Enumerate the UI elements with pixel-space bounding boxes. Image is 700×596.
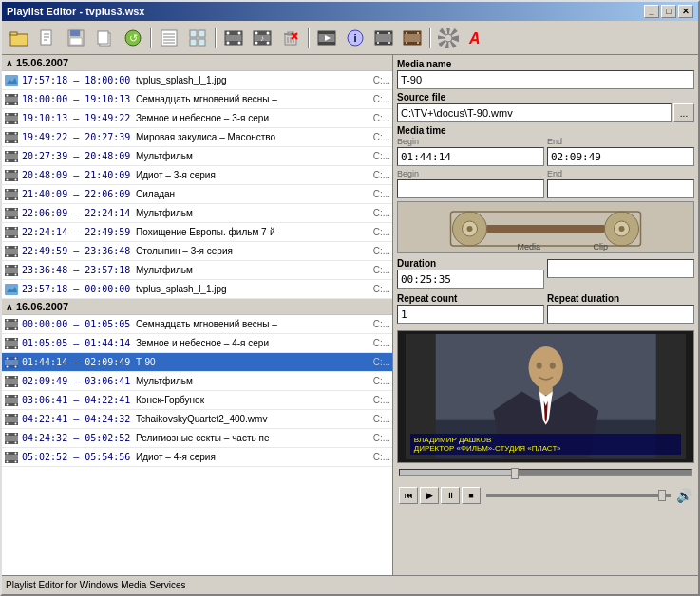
svg-point-76 [15,102,17,104]
source-file-input[interactable] [397,103,672,122]
list-item[interactable]: 04:24:32 – 05:02:52 Религиозные секты – … [2,429,392,448]
svg-point-63 [406,42,407,44]
open-button[interactable] [6,26,32,50]
svg-point-145 [7,319,9,321]
stop-button[interactable]: ■ [462,487,481,504]
video-icon [4,244,19,259]
svg-rect-21 [199,39,205,46]
new-button[interactable] [34,26,61,50]
svg-point-28 [238,41,241,44]
item-title: Похищение Европы. фильм 7-й [136,227,362,237]
svg-point-81 [15,113,17,115]
duration-input[interactable] [397,270,544,289]
film1-button[interactable] [220,26,247,50]
svg-point-123 [15,227,17,229]
pause-button[interactable]: ⏸ [441,487,460,504]
film5-button[interactable] [399,26,426,50]
date-collapse-arrow-1[interactable]: ∧ [6,58,12,68]
status-bar: Playlist Editor for Windows Media Servic… [2,575,698,594]
list-item[interactable]: 02:09:49 – 03:06:41 Мультфильм C:... [2,372,392,391]
grid-button[interactable] [184,26,211,50]
date-header-2[interactable]: ∧ 16.06.2007 [2,299,392,315]
media-name-input[interactable] [397,70,694,89]
video-icon [4,187,19,202]
list-item[interactable]: 19:10:13 – 19:49:22 Земное и небесное – … [2,109,392,128]
video-icon [4,336,19,351]
svg-point-183 [15,422,17,424]
list-item[interactable]: 21:40:09 – 22:06:09 Силадан C:... [2,185,392,204]
settings-button[interactable] [435,26,462,50]
begin-input[interactable] [397,147,544,166]
position-thumb[interactable] [511,468,519,479]
list-item[interactable]: 04:22:41 – 04:24:32 TchaikovskyQuartet2_… [2,410,392,429]
list-item[interactable]: 22:06:09 – 22:24:14 Мультфильм C:... [2,204,392,223]
playlist-scroll[interactable]: ∧ 15.06.2007 17:57:18 – 18:00:00 tvplus_… [2,55,392,575]
svg-point-118 [15,216,17,218]
item-path: C:... [362,113,390,123]
save-button[interactable] [63,26,89,50]
svg-point-155 [15,346,17,348]
svg-point-196 [7,460,9,462]
delete-button[interactable] [277,26,304,50]
list-item[interactable]: 23:36:48 – 23:57:18 Мультфильм C:... [2,261,392,280]
repeat-duration-input[interactable] [547,305,694,324]
svg-rect-46 [318,31,335,34]
list-item-selected[interactable]: 01:44:14 – 02:09:49 Т-90 C:... [2,353,392,372]
svg-text:i: i [353,32,356,44]
svg-point-139 [15,273,17,275]
source-file-label: Source file [397,92,694,102]
clip-begin-input[interactable] [397,179,544,198]
refresh-button[interactable]: ↺ [120,26,146,50]
close-button[interactable]: ✕ [678,5,693,18]
end-input[interactable] [547,147,694,166]
position-slider[interactable] [399,469,692,476]
list-view-button[interactable] [156,26,182,50]
browse-button[interactable]: ... [673,103,694,122]
item-path: C:... [362,132,390,142]
repeat-count-input[interactable] [397,305,544,324]
item-time: 01:05:05 – 01:44:14 [22,338,136,348]
film4-button[interactable] [370,26,397,50]
copy-button[interactable] [91,26,118,50]
list-item[interactable]: 19:49:22 – 20:27:39 Мировая закулиса – М… [2,128,392,147]
svg-point-210 [528,347,562,389]
list-item[interactable]: 22:49:59 – 23:36:48 Столыпин – 3-я серия… [2,242,392,261]
clip-duration-input[interactable] [547,259,694,278]
video-icon [4,450,19,465]
list-item[interactable]: 03:06:41 – 04:22:41 Конек-Горбунок C:... [2,391,392,410]
date-collapse-arrow-2[interactable]: ∧ [6,302,12,312]
list-item[interactable]: 18:00:00 – 19:10:13 Семнадцать мгновений… [2,90,392,109]
list-item[interactable]: 22:24:14 – 22:49:59 Похищение Европы. фи… [2,223,392,242]
play-button[interactable]: ▶ [420,487,439,504]
minimize-button[interactable]: _ [644,5,659,18]
rewind-button[interactable]: ⏮ [399,487,418,504]
list-item[interactable]: 00:00:00 – 01:05:05 Семнадцать мгновений… [2,315,392,334]
record-button[interactable]: A [464,26,490,50]
volume-thumb[interactable] [658,490,666,501]
end-label: End [547,137,694,146]
video-icon [4,317,19,332]
properties-panel: Media name Source file ... Media time Be [393,55,698,575]
svg-point-174 [15,395,17,397]
list-item[interactable]: 01:05:05 – 01:44:14 Земное и небесное – … [2,334,392,353]
svg-point-168 [7,384,9,386]
list-item[interactable]: 05:02:52 – 05:54:56 Идиот – 4-я серия C:… [2,448,392,467]
svg-rect-20 [190,39,197,46]
list-item[interactable]: 17:57:18 – 18:00:00 tvplus_splash_l_1.jp… [2,71,392,90]
film3-button[interactable] [313,26,340,50]
title-bar: Playlist Editor - tvplus3.wsx _ □ ✕ [2,2,698,21]
clip-end-input[interactable] [547,179,694,198]
svg-point-117 [7,216,9,218]
svg-point-102 [15,170,17,172]
film2-button[interactable]: ♪ [249,26,275,50]
item-title: Земное и небесное – 3-я сери [136,113,362,123]
list-item[interactable]: 23:57:18 – 00:00:00 tvplus_splash_l_1.jp… [2,280,392,299]
maximize-button[interactable]: □ [661,5,676,18]
list-item[interactable]: 20:27:39 – 20:48:09 Мультфильм C:... [2,147,392,166]
list-item[interactable]: 20:48:09 – 21:40:09 Идиот – 3-я серия C:… [2,166,392,185]
clip-end-cell: End [547,169,694,198]
info-button[interactable]: i [342,26,369,50]
item-time: 03:06:41 – 04:22:41 [22,395,136,405]
item-title: Мировая закулиса – Масонство [136,132,362,142]
date-header-1[interactable]: ∧ 15.06.2007 [2,55,392,71]
